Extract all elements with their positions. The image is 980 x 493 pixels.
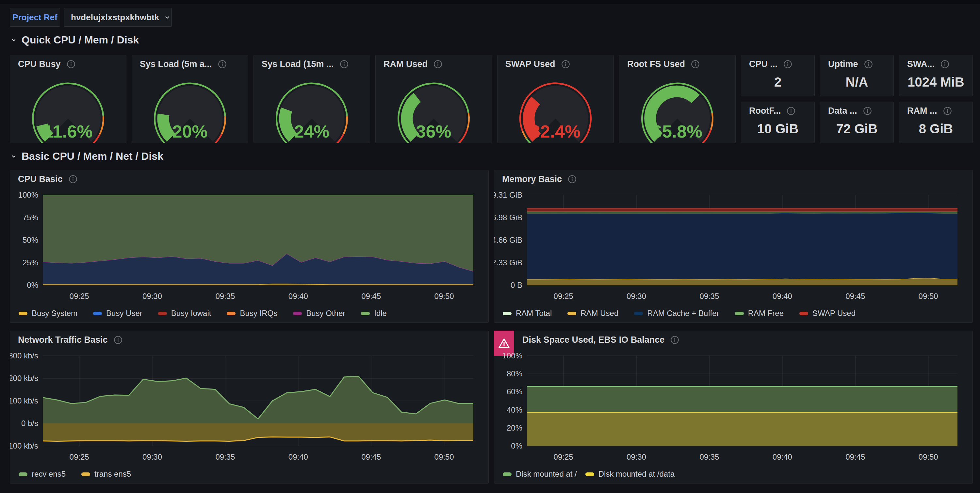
disk-space-chart: 0%20%40%60%80%100%09:2509:3009:3509:4009… bbox=[494, 351, 973, 466]
info-icon[interactable] bbox=[787, 107, 795, 115]
gauge-panel-5: Root FS Used 65.8% bbox=[619, 55, 736, 143]
panel-header[interactable]: Network Traffic Basic bbox=[10, 331, 488, 348]
stat-value: 72 GiB bbox=[820, 119, 893, 138]
panel-header[interactable]: SWAP Used bbox=[498, 55, 614, 73]
svg-text:09:30: 09:30 bbox=[627, 453, 646, 461]
panel-header[interactable]: CPU ... bbox=[741, 55, 815, 73]
legend-item[interactable]: Disk mounted at / bbox=[503, 469, 577, 479]
legend-item[interactable]: RAM Used bbox=[568, 309, 618, 318]
info-icon[interactable] bbox=[114, 336, 123, 344]
panel-header[interactable]: CPU Busy bbox=[10, 55, 126, 73]
svg-text:09:50: 09:50 bbox=[434, 453, 454, 461]
legend-swatch-icon bbox=[361, 312, 370, 315]
legend-item[interactable]: trans ens5 bbox=[81, 469, 131, 479]
svg-text:09:35: 09:35 bbox=[215, 292, 235, 301]
info-icon[interactable] bbox=[68, 175, 78, 184]
info-icon[interactable] bbox=[433, 60, 442, 68]
info-icon[interactable] bbox=[691, 60, 700, 68]
info-icon[interactable] bbox=[218, 60, 227, 68]
svg-text:11.6%: 11.6% bbox=[43, 121, 92, 141]
project-selector-dropdown[interactable]: hvdelujxlxstpxkhwbtk bbox=[64, 8, 172, 27]
svg-text:100%: 100% bbox=[503, 351, 522, 360]
info-icon[interactable] bbox=[783, 60, 792, 68]
svg-text:0%: 0% bbox=[511, 441, 522, 450]
info-icon[interactable] bbox=[940, 60, 949, 68]
panel-header[interactable]: CPU Basic bbox=[10, 170, 488, 188]
legend-label: Busy Other bbox=[306, 309, 345, 318]
gauge: 24% bbox=[254, 73, 370, 143]
legend-swatch-icon bbox=[503, 312, 512, 315]
svg-text:09:35: 09:35 bbox=[215, 453, 235, 461]
legend-swatch-icon bbox=[293, 312, 302, 315]
stat-panel-3: RootF... 10 GiB bbox=[741, 102, 815, 143]
disk-space-legend: Disk mounted at /Disk mounted at /data bbox=[503, 469, 675, 479]
legend-label: RAM Free bbox=[748, 309, 784, 318]
info-icon[interactable] bbox=[568, 175, 577, 184]
panel-header[interactable]: Disk Space Used, EBS IO Balance bbox=[494, 331, 972, 348]
legend-item[interactable]: RAM Cache + Buffer bbox=[634, 309, 719, 318]
gauge: 36% bbox=[375, 73, 492, 143]
stat-panel-2: SWA... 1024 MiB bbox=[899, 55, 973, 96]
panel-header[interactable]: RAM ... bbox=[899, 102, 972, 119]
svg-text:09:45: 09:45 bbox=[845, 453, 865, 461]
section-title: Quick CPU / Mem / Disk bbox=[22, 34, 139, 46]
panel-header[interactable]: RAM Used bbox=[375, 55, 492, 73]
legend-item[interactable]: SWAP Used bbox=[799, 309, 856, 318]
legend-item[interactable]: Disk mounted at /data bbox=[585, 469, 675, 479]
panel-title: RAM ... bbox=[907, 106, 937, 116]
panel-header[interactable]: Root FS Used bbox=[619, 55, 735, 73]
svg-text:6.98 GiB: 6.98 GiB bbox=[494, 213, 522, 222]
project-selector-value: hvdelujxlxstpxkhwbtk bbox=[71, 13, 159, 22]
svg-text:50%: 50% bbox=[22, 235, 38, 244]
info-icon[interactable] bbox=[864, 60, 873, 68]
legend-item[interactable]: Busy Other bbox=[293, 309, 345, 318]
svg-text:09:50: 09:50 bbox=[919, 292, 938, 301]
info-icon[interactable] bbox=[863, 107, 872, 115]
legend-swatch-icon bbox=[735, 312, 744, 315]
legend-item[interactable]: Busy System bbox=[19, 309, 78, 318]
legend-item[interactable]: Busy User bbox=[93, 309, 142, 318]
panel-header[interactable]: RootF... bbox=[741, 102, 815, 119]
panel-header[interactable]: Memory Basic bbox=[494, 170, 972, 188]
legend-item[interactable]: RAM Total bbox=[503, 309, 552, 318]
info-icon[interactable] bbox=[67, 60, 75, 68]
info-icon[interactable] bbox=[670, 336, 679, 344]
chevron-down-icon bbox=[10, 36, 18, 44]
gauge: 11.6% bbox=[10, 73, 126, 143]
panel-header[interactable]: Sys Load (5m a... bbox=[132, 55, 248, 73]
section-header-basic[interactable]: Basic CPU / Mem / Net / Disk bbox=[10, 150, 163, 162]
panel-memory-basic: Memory Basic 0 B2.33 GiB4.66 GiB6.98 GiB… bbox=[494, 170, 973, 323]
legend-item[interactable]: Idle bbox=[361, 309, 387, 318]
legend-item[interactable]: Busy Iowait bbox=[158, 309, 212, 318]
panel-header[interactable]: Sys Load (15m ... bbox=[254, 55, 370, 73]
info-icon[interactable] bbox=[943, 107, 952, 115]
legend-swatch-icon bbox=[634, 312, 643, 315]
section-header-quick[interactable]: Quick CPU / Mem / Disk bbox=[10, 34, 139, 46]
svg-text:100 kb/s: 100 kb/s bbox=[10, 396, 38, 405]
svg-text:32.4%: 32.4% bbox=[530, 121, 581, 141]
panel-title: CPU ... bbox=[749, 59, 778, 69]
cpu-basic-legend: Busy SystemBusy UserBusy IowaitBusy IRQs… bbox=[19, 309, 387, 318]
panel-title: RAM Used bbox=[383, 59, 428, 69]
legend-item[interactable]: recv ens5 bbox=[19, 469, 66, 479]
svg-text:09:25: 09:25 bbox=[554, 292, 573, 301]
info-icon[interactable] bbox=[561, 60, 570, 68]
svg-text:20%: 20% bbox=[507, 423, 522, 432]
legend-item[interactable]: RAM Free bbox=[735, 309, 784, 318]
panel-header[interactable]: Uptime bbox=[820, 55, 893, 73]
info-icon[interactable] bbox=[340, 60, 348, 68]
svg-text:60%: 60% bbox=[507, 387, 522, 396]
panel-title: CPU Basic bbox=[18, 174, 63, 184]
legend-label: RAM Cache + Buffer bbox=[647, 309, 719, 318]
gauge-panel-4: SWAP Used 32.4% bbox=[497, 55, 614, 143]
svg-text:09:40: 09:40 bbox=[288, 453, 308, 461]
network-basic-chart: -100 kb/s0 b/s100 kb/s200 kb/s300 kb/s09… bbox=[10, 351, 489, 466]
svg-text:09:35: 09:35 bbox=[699, 453, 719, 461]
legend-item[interactable]: Busy IRQs bbox=[227, 309, 277, 318]
legend-label: RAM Used bbox=[581, 309, 618, 318]
panel-header[interactable]: Data ... bbox=[820, 102, 893, 119]
svg-text:09:25: 09:25 bbox=[70, 453, 89, 461]
panel-header[interactable]: SWA... bbox=[899, 55, 972, 73]
project-ref-button[interactable]: Project Ref bbox=[10, 8, 60, 27]
stat-panel-5: RAM ... 8 GiB bbox=[899, 102, 973, 143]
